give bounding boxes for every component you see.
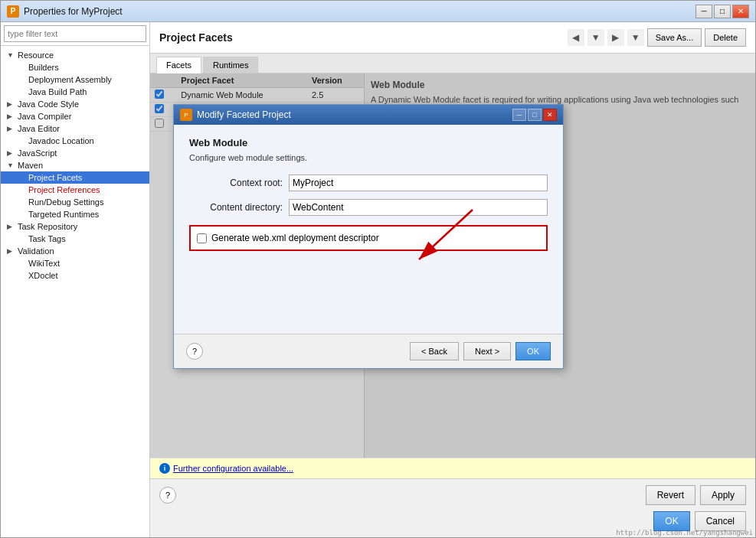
sidebar-item-resource[interactable]: ▼ Resource [1, 49, 149, 61]
sidebar-item-wikitext[interactable]: WikiText [1, 257, 149, 269]
tab-strip: Facets Runtimes [150, 54, 755, 73]
modal-minimize-button[interactable]: ─ [512, 109, 526, 121]
sidebar-item-label: Project References [28, 185, 100, 194]
sidebar-item-builders[interactable]: Builders [1, 61, 149, 73]
modal-close-button[interactable]: ✕ [543, 109, 557, 121]
nav-forward-button[interactable]: ▼ [587, 29, 604, 46]
sidebar-item-project-references[interactable]: Project References [1, 184, 149, 196]
arrow-icon: ▶ [7, 149, 16, 157]
sidebar: ▼ Resource Builders Deployment Assembly … [1, 22, 150, 537]
sidebar-item-label: Javadoc Location [28, 136, 94, 145]
modal-ok-button[interactable]: OK [515, 342, 551, 360]
sidebar-item-maven[interactable]: ▼ Maven [1, 159, 149, 171]
back-button[interactable]: < Back [410, 342, 459, 360]
save-as-button[interactable]: Save As... [647, 28, 702, 47]
modal-help-button[interactable]: ? [186, 343, 203, 360]
bottom-bar: ? Revert Apply [150, 478, 755, 511]
info-bar: i Further configuration available... [150, 458, 755, 478]
modal-title-buttons: ─ □ ✕ [512, 109, 557, 121]
header-controls: ◀ ▼ ▶ ▼ Save As... Delete [568, 28, 746, 47]
next-button[interactable]: Next > [463, 342, 511, 360]
tab-runtimes[interactable]: Runtimes [203, 57, 258, 73]
sidebar-item-project-facets[interactable]: Project Facets [1, 171, 149, 184]
modal-body: Web Module Configure web module settings… [174, 125, 563, 334]
sidebar-item-label: Builders [28, 63, 59, 72]
tree-area: ▼ Resource Builders Deployment Assembly … [1, 46, 149, 537]
arrow-icon: ▼ [7, 161, 16, 169]
sidebar-item-label: Run/Debug Settings [28, 197, 103, 207]
maximize-button[interactable]: □ [714, 5, 731, 18]
sidebar-item-xdoclet[interactable]: XDoclet [1, 269, 149, 282]
filter-box [1, 22, 149, 46]
tab-facets[interactable]: Facets [156, 57, 201, 73]
context-root-row: Context root: [189, 174, 548, 191]
window-controls: ─ □ ✕ [695, 5, 749, 18]
sidebar-item-validation[interactable]: ▶ Validation [1, 245, 149, 257]
sidebar-item-label: JavaScript [18, 148, 57, 158]
sidebar-item-label: Validation [18, 246, 54, 256]
sidebar-item-run-debug-settings[interactable]: Run/Debug Settings [1, 196, 149, 208]
sidebar-item-label: Java Code Style [18, 99, 79, 109]
content-directory-row: Content directory: [189, 199, 548, 216]
context-root-label: Context root: [189, 178, 289, 188]
modal-section-desc: Configure web module settings. [189, 153, 548, 162]
modal-dialog: P Modify Faceted Project ─ □ ✕ Web Modul… [173, 104, 564, 369]
arrow-icon: ▼ [7, 51, 16, 59]
window-icon: P [7, 5, 19, 18]
main-window: P Properties for MyProject ─ □ ✕ ▼ Resou… [0, 0, 756, 538]
arrow-icon: ▶ [7, 112, 16, 120]
sidebar-item-javadoc-location[interactable]: Javadoc Location [1, 135, 149, 147]
content-directory-input[interactable] [289, 199, 548, 216]
modal-spacer [189, 260, 548, 321]
arrow-icon: ▶ [7, 100, 16, 108]
nav-back-button[interactable]: ◀ [568, 29, 584, 46]
facets-content: Project Facet Version Dynamic Web Module… [150, 73, 755, 458]
sidebar-item-java-compiler[interactable]: ▶ Java Compiler [1, 110, 149, 122]
nav-forward2-button[interactable]: ▶ [607, 29, 624, 46]
close-button[interactable]: ✕ [732, 5, 749, 18]
checkbox-area: Generate web.xml deployment descriptor [189, 225, 548, 251]
main-content-area: Project Facets ◀ ▼ ▶ ▼ Save As... Delete… [150, 22, 755, 537]
content-area: ▼ Resource Builders Deployment Assembly … [1, 22, 755, 537]
sidebar-item-java-code-style[interactable]: ▶ Java Code Style [1, 98, 149, 110]
sidebar-item-java-build-path[interactable]: Java Build Path [1, 86, 149, 98]
arrow-icon: ▶ [7, 125, 16, 132]
filter-input[interactable] [4, 25, 146, 42]
sidebar-item-label: WikiText [28, 259, 60, 268]
sidebar-item-label: Deployment Assembly [28, 75, 112, 84]
sidebar-item-label: Targeted Runtimes [28, 210, 99, 219]
sidebar-item-label: Java Build Path [28, 87, 87, 96]
further-config-link[interactable]: Further configuration available... [173, 464, 293, 473]
sidebar-item-label: Project Facets [28, 173, 82, 182]
sidebar-item-label: Java Compiler [18, 112, 71, 121]
panel-header: Project Facets ◀ ▼ ▶ ▼ Save As... Delete [150, 22, 755, 54]
sidebar-item-task-repository[interactable]: ▶ Task Repository [1, 220, 149, 233]
modal-title: Modify Faceted Project [197, 109, 512, 120]
generate-webxml-label: Generate web.xml deployment descriptor [211, 233, 379, 243]
sidebar-item-task-tags[interactable]: Task Tags [1, 233, 149, 245]
sidebar-item-targeted-runtimes[interactable]: Targeted Runtimes [1, 208, 149, 220]
revert-button[interactable]: Revert [646, 485, 695, 505]
sidebar-item-deployment-assembly[interactable]: Deployment Assembly [1, 73, 149, 86]
nav-menu-button[interactable]: ▼ [627, 29, 644, 46]
generate-webxml-checkbox[interactable] [197, 233, 207, 243]
arrow-icon: ▶ [7, 247, 16, 255]
apply-button[interactable]: Apply [700, 485, 746, 505]
modal-maximize-button[interactable]: □ [528, 109, 542, 121]
minimize-button[interactable]: ─ [695, 5, 712, 18]
help-button[interactable]: ? [159, 487, 176, 504]
sidebar-item-label: Java Editor [18, 124, 60, 133]
sidebar-item-java-editor[interactable]: ▶ Java Editor [1, 122, 149, 135]
delete-button[interactable]: Delete [705, 28, 746, 47]
sidebar-item-label: Task Repository [18, 222, 77, 231]
content-directory-label: Content directory: [189, 202, 289, 213]
panel-title: Project Facets [159, 31, 233, 44]
context-root-input[interactable] [289, 174, 548, 191]
window-title: Properties for MyProject [24, 6, 695, 17]
sidebar-item-javascript[interactable]: ▶ JavaScript [1, 147, 149, 159]
title-bar: P Properties for MyProject ─ □ ✕ [1, 1, 755, 22]
info-icon: i [159, 463, 170, 474]
modal-icon: P [180, 109, 192, 121]
sidebar-item-label: Maven [18, 161, 43, 170]
generate-webxml-row: Generate web.xml deployment descriptor [189, 225, 548, 251]
